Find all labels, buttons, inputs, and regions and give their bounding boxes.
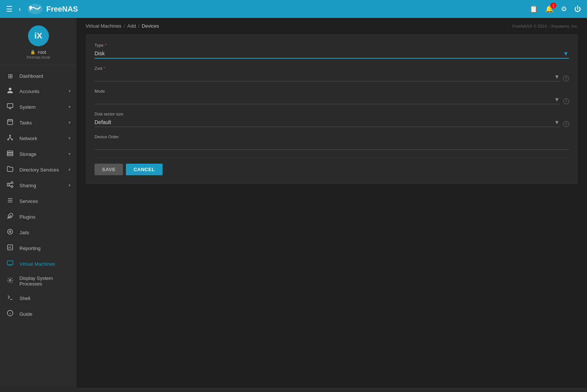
- accounts-icon: [6, 87, 14, 95]
- breadcrumb: Virtual Machines / Add / Devices FreeNAS…: [77, 18, 587, 34]
- sidebar-item-virtual-machines[interactable]: Virtual Machines: [0, 256, 77, 272]
- disk-sector-help-icon[interactable]: ?: [563, 121, 569, 127]
- form-divider: [95, 157, 569, 158]
- reporting-icon: [6, 244, 14, 252]
- storage-icon: [6, 150, 14, 158]
- type-select[interactable]: Disk CD-ROM NIC VNC RAW: [95, 49, 569, 58]
- svg-point-19: [9, 231, 11, 233]
- sidebar-item-label: System: [19, 104, 35, 110]
- topbar: ☰ ‹ FreeNAS 📋 🔔 1 ⚙ ⏻: [0, 0, 587, 18]
- mode-select-wrapper: AHCI VirtIO ▾: [95, 95, 560, 104]
- dashboard-icon: ⊞: [6, 72, 14, 80]
- svg-rect-7: [7, 151, 13, 152]
- sidebar-item-tasks[interactable]: Tasks ▾: [0, 115, 77, 130]
- guide-icon: [6, 310, 14, 318]
- device-form: Type* Disk CD-ROM NIC VNC RAW ▾: [86, 34, 578, 184]
- sidebar-item-label: Tasks: [19, 120, 32, 126]
- sidebar-item-label: Guide: [19, 311, 33, 317]
- mode-input-wrapper: Mode AHCI VirtIO ▾: [95, 89, 560, 104]
- svg-rect-9: [7, 154, 13, 156]
- mode-help-icon[interactable]: ?: [563, 98, 569, 104]
- mode-label: Mode: [95, 89, 560, 93]
- sidebar-item-label: Display System Processes: [19, 275, 71, 287]
- sidebar-item-system[interactable]: System ▾: [0, 99, 77, 115]
- sidebar-item-label: Accounts: [19, 89, 39, 94]
- sidebar-item-label: Shell: [19, 296, 30, 301]
- save-button[interactable]: SAVE: [95, 164, 123, 175]
- plugins-icon: [6, 213, 14, 221]
- topbar-actions: 📋 🔔 1 ⚙ ⏻: [529, 5, 581, 13]
- svg-rect-12: [11, 186, 13, 188]
- chevron-down-icon: ▾: [68, 89, 71, 94]
- lock-icon: 🔒: [30, 50, 35, 55]
- sidebar-item-storage[interactable]: Storage ▾: [0, 146, 77, 162]
- sidebar-item-label: Network: [19, 136, 37, 141]
- bottom-scrollbar[interactable]: [0, 388, 587, 392]
- sidebar-item-label: Sharing: [19, 183, 36, 188]
- breadcrumb-virtual-machines[interactable]: Virtual Machines: [86, 23, 121, 29]
- tasks-icon: [6, 118, 14, 127]
- sidebar-item-shell[interactable]: Shell: [0, 290, 77, 306]
- sidebar-item-dashboard[interactable]: ⊞ Dashboard: [0, 69, 77, 83]
- disk-sector-select[interactable]: Default 512 4096: [95, 118, 560, 127]
- breadcrumb-add[interactable]: Add: [127, 23, 136, 29]
- jails-icon: [6, 228, 14, 237]
- settings-icon[interactable]: ⚙: [561, 5, 567, 13]
- chevron-down-icon: ▾: [68, 136, 71, 141]
- svg-rect-8: [7, 153, 13, 154]
- device-order-input[interactable]: [95, 141, 569, 150]
- sidebar-item-label: Reporting: [19, 246, 40, 251]
- hamburger-icon[interactable]: ☰: [6, 4, 13, 13]
- user-host: freenas.local: [27, 55, 50, 59]
- svg-rect-10: [7, 183, 9, 186]
- button-row: SAVE CANCEL: [95, 164, 569, 175]
- back-icon[interactable]: ‹: [19, 5, 21, 13]
- shell-icon: [6, 294, 14, 302]
- breadcrumb-sep-1: /: [124, 23, 125, 29]
- disk-sector-row: Disk sector size Default 512 4096 ▾ ?: [95, 112, 569, 127]
- user-name: root: [38, 49, 46, 55]
- chevron-down-icon: ▾: [68, 104, 71, 109]
- zvol-help-icon[interactable]: ?: [563, 75, 569, 81]
- sidebar-item-reporting[interactable]: Reporting: [0, 240, 77, 256]
- sidebar-item-label: Plugins: [19, 214, 35, 220]
- sidebar-item-jails[interactable]: Jails: [0, 225, 77, 240]
- sidebar-item-plugins[interactable]: Plugins: [0, 209, 77, 225]
- mode-row: Mode AHCI VirtIO ▾ ?: [95, 89, 569, 104]
- zvol-select[interactable]: [95, 72, 560, 81]
- mode-field: Mode AHCI VirtIO ▾ ?: [95, 89, 569, 104]
- type-required: *: [105, 43, 106, 47]
- sidebar-item-sharing[interactable]: Sharing ▾: [0, 178, 77, 193]
- disk-sector-field: Disk sector size Default 512 4096 ▾ ?: [95, 112, 569, 127]
- sidebar-item-accounts[interactable]: Accounts ▾: [0, 83, 77, 99]
- svg-point-18: [7, 229, 13, 234]
- user-section: iX 🔒 root freenas.local: [0, 18, 77, 66]
- sidebar-item-display-system-processes[interactable]: Display System Processes: [0, 272, 77, 290]
- sidebar-item-label: Directory Services: [19, 167, 59, 173]
- power-icon[interactable]: ⏻: [574, 5, 581, 13]
- disk-sector-input-wrapper: Disk sector size Default 512 4096 ▾: [95, 112, 560, 127]
- svg-point-6: [12, 139, 13, 140]
- sidebar: iX 🔒 root freenas.local ⊞ Dashboard Acco…: [0, 18, 77, 388]
- directory-services-icon: [6, 166, 14, 174]
- app-logo: FreeNAS: [27, 3, 78, 15]
- svg-point-0: [28, 4, 43, 14]
- sidebar-item-directory-services[interactable]: Directory Services ▾: [0, 162, 77, 178]
- sidebar-item-label: Storage: [19, 151, 37, 157]
- mode-select[interactable]: AHCI VirtIO: [95, 95, 560, 104]
- sidebar-item-services[interactable]: Services: [0, 193, 77, 209]
- zvol-label: Zvol*: [95, 66, 560, 71]
- cancel-button[interactable]: CANCEL: [126, 164, 162, 175]
- bell-icon[interactable]: 🔔 1: [545, 5, 553, 13]
- notes-icon[interactable]: 📋: [529, 5, 538, 13]
- system-icon: [6, 103, 14, 111]
- device-order-field: Device Order: [95, 135, 569, 150]
- svg-rect-2: [7, 104, 13, 108]
- type-field: Type* Disk CD-ROM NIC VNC RAW ▾: [95, 43, 569, 59]
- sidebar-item-label: Services: [19, 198, 38, 204]
- sidebar-item-label: Dashboard: [19, 73, 43, 79]
- type-label: Type*: [95, 43, 569, 47]
- sidebar-item-network[interactable]: Network ▾: [0, 130, 77, 146]
- zvol-required: *: [104, 66, 105, 71]
- sidebar-item-guide[interactable]: Guide: [0, 306, 77, 322]
